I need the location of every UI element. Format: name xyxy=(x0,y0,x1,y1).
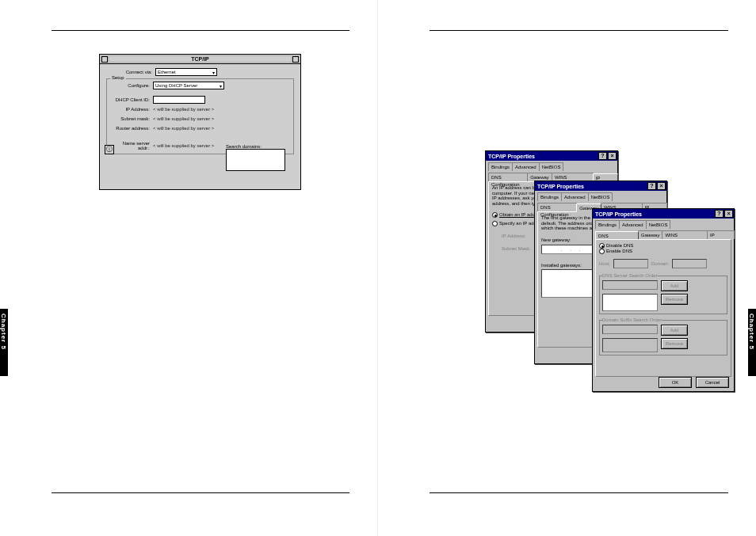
domain-suffix-label: Domain Suffix Search Order xyxy=(602,317,662,322)
chapter-tab-label: Chapter 5 xyxy=(748,309,755,350)
host-input[interactable] xyxy=(613,259,648,268)
tab-netbios[interactable]: NetBIOS xyxy=(539,162,564,171)
subnet-mask-label: Subnet mask: xyxy=(110,116,153,121)
dns-server-list[interactable] xyxy=(602,294,658,311)
tcpip-properties-dns: TCP/IP Properties ? × Bindings Advanced … xyxy=(592,208,735,392)
help-button[interactable]: ? xyxy=(598,152,607,160)
chevron-down-icon: ▾ xyxy=(212,70,215,75)
dns-remove-button[interactable]: Remove xyxy=(661,294,688,305)
windows-dialogs-figure: TCP/IP Properties ? × Bindings Advanced … xyxy=(422,0,739,412)
configure-label: Configure: xyxy=(110,83,153,88)
tab-dns[interactable]: DNS Configuration xyxy=(537,203,577,211)
mac-close-box[interactable] xyxy=(101,56,108,63)
connect-via-value: Ethernet xyxy=(158,70,176,74)
dhcp-client-id-label: DHCP Client ID: xyxy=(110,97,153,102)
rule-bottom xyxy=(430,492,728,493)
win-title: TCP/IP Properties xyxy=(537,184,584,189)
domain-input[interactable] xyxy=(672,259,707,268)
dialog-actions: OK Cancel xyxy=(659,377,729,388)
configure-select[interactable]: Using DHCP Server ▾ xyxy=(153,82,224,89)
dns-search-order-label: DNS Server Search Order xyxy=(602,273,658,278)
win-titlebar: TCP/IP Properties ? × xyxy=(486,151,617,161)
suffix-add-input[interactable] xyxy=(602,325,658,334)
setup-legend: Setup xyxy=(110,75,126,80)
router-address-label: Router address: xyxy=(110,126,153,131)
dns-search-order-group: DNS Server Search Order Add Remove xyxy=(599,273,727,314)
radio-icon xyxy=(599,249,605,254)
tab-gateway[interactable]: Gateway xyxy=(638,230,663,239)
dhcp-client-id-input[interactable] xyxy=(153,96,205,104)
tab-ipaddress[interactable]: IP Address xyxy=(707,230,735,239)
configure-value: Using DHCP Server xyxy=(155,83,197,88)
rule-bottom xyxy=(52,492,349,493)
win-titlebar: TCP/IP Properties ? × xyxy=(535,181,666,191)
ok-button[interactable]: OK xyxy=(659,377,692,388)
search-domains-group: Search domains: xyxy=(226,144,285,171)
close-button[interactable]: × xyxy=(608,152,617,160)
chevron-down-icon: ▾ xyxy=(220,83,222,89)
tab-bindings[interactable]: Bindings xyxy=(488,162,513,171)
enable-dns-row[interactable]: Enable DNS xyxy=(599,249,727,254)
ip-address-value: < will be supplied by server > xyxy=(153,107,214,112)
name-server-value: < will be supplied by server > xyxy=(153,143,214,148)
tab-wins[interactable]: WINS Configuration xyxy=(662,230,708,239)
dns-panel: Disable DNS Enable DNS Host: Domain: DNS… xyxy=(595,239,731,377)
name-server-label: Name server addr.: xyxy=(110,141,153,150)
disable-dns-row[interactable]: Disable DNS xyxy=(599,243,727,249)
router-address-value: < will be supplied by server > xyxy=(153,126,214,131)
enable-dns-label: Enable DNS xyxy=(606,249,632,253)
rule-top xyxy=(52,30,349,31)
tab-row-1: Bindings Advanced NetBIOS xyxy=(486,161,617,171)
mac-titlebar: TCP/IP xyxy=(100,55,300,64)
tab-advanced[interactable]: Advanced xyxy=(512,162,540,171)
tab-netbios[interactable]: NetBIOS xyxy=(588,192,613,201)
disable-dns-label: Disable DNS xyxy=(606,243,633,248)
chapter-tab-label: Chapter 5 xyxy=(0,309,7,350)
tab-advanced[interactable]: Advanced xyxy=(619,220,647,229)
radio-icon xyxy=(599,243,605,249)
tab-bindings[interactable]: Bindings xyxy=(595,220,620,229)
tab-row-2: DNS Configuration Gateway WINS Configura… xyxy=(593,229,734,239)
tab-row-1: Bindings Advanced NetBIOS xyxy=(593,219,734,229)
dns-add-input[interactable] xyxy=(602,280,658,290)
tab-bindings[interactable]: Bindings xyxy=(537,192,562,201)
chapter-tab: Chapter 5 xyxy=(748,309,756,376)
page-left: Chapter 5 TCP/IP Connect via: Ethernet ▾… xyxy=(0,0,378,536)
search-domains-input[interactable] xyxy=(226,149,285,171)
close-button[interactable]: × xyxy=(724,210,733,218)
radio-icon xyxy=(492,212,498,218)
host-label: Host: xyxy=(599,261,610,266)
tab-netbios[interactable]: NetBIOS xyxy=(646,220,671,229)
suffix-list[interactable] xyxy=(602,338,658,352)
win-titlebar: TCP/IP Properties ? × xyxy=(593,209,734,219)
help-button[interactable]: ? xyxy=(715,210,724,218)
win-title: TCP/IP Properties xyxy=(595,211,642,217)
cancel-button[interactable]: Cancel xyxy=(696,377,729,388)
chapter-tab: Chapter 5 xyxy=(0,309,8,376)
info-icon[interactable]: ⓘ xyxy=(105,145,114,154)
win-title: TCP/IP Properties xyxy=(488,154,535,159)
tab-row-1: Bindings Advanced NetBIOS xyxy=(535,191,666,201)
setup-fieldset: Setup Configure: Using DHCP Server ▾ DHC… xyxy=(106,78,294,154)
connect-via-label: Connect via: xyxy=(106,70,155,74)
tab-dns[interactable]: DNS Configuration xyxy=(488,173,528,181)
subnet-mask-value: < will be supplied by server > xyxy=(153,116,214,121)
tab-advanced[interactable]: Advanced xyxy=(561,192,589,201)
mac-zoom-box[interactable] xyxy=(292,56,299,63)
mac-body: Connect via: Ethernet ▾ Setup Configure:… xyxy=(100,64,300,158)
ip-address-label: IP Address: xyxy=(110,107,153,112)
radio-icon xyxy=(492,221,498,226)
domain-suffix-group: Domain Suffix Search Order Add Remove xyxy=(599,317,727,355)
help-button[interactable]: ? xyxy=(647,182,656,190)
close-button[interactable]: × xyxy=(657,182,666,190)
dns-add-button[interactable]: Add xyxy=(661,280,688,291)
mac-window-title: TCP/IP xyxy=(109,56,291,62)
mac-tcpip-window: TCP/IP Connect via: Ethernet ▾ Setup Con… xyxy=(99,54,301,190)
domain-label: Domain: xyxy=(651,261,669,266)
page-right: Chapter 5 TCP/IP Properties ? × Bindings… xyxy=(378,0,756,536)
connect-via-select[interactable]: Ethernet ▾ xyxy=(155,68,217,76)
suffix-add-button[interactable]: Add xyxy=(661,325,688,336)
suffix-remove-button[interactable]: Remove xyxy=(661,338,688,349)
